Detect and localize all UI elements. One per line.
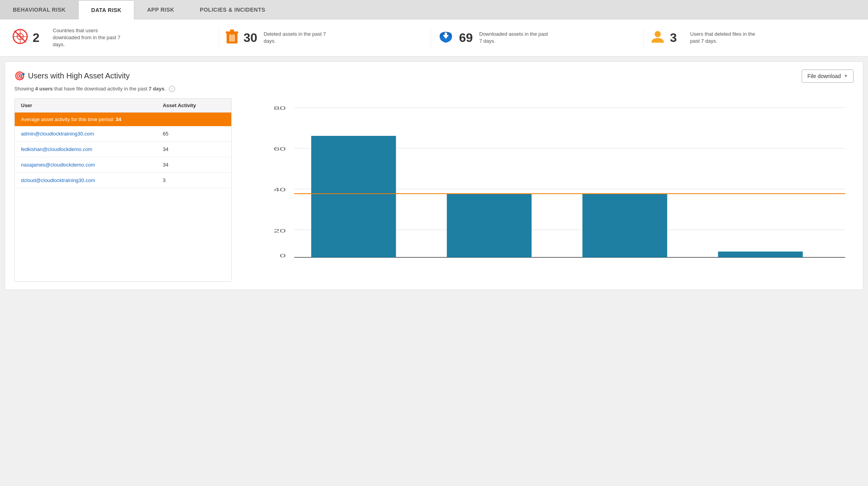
countries-icon	[12, 29, 28, 47]
col-activity: Asset Activity	[156, 99, 231, 113]
svg-text:20: 20	[274, 228, 286, 234]
subtitle-middle: that have file download activity in the …	[53, 86, 149, 92]
user-link-1[interactable]: admin@cloudlocktraining30.com	[21, 131, 94, 137]
bar-3	[582, 194, 667, 257]
deleted-assets-count: 30	[244, 31, 259, 45]
stat-countries: 2 Countries that users downloaded from i…	[12, 27, 219, 49]
countries-label: Countries that users downloaded from in …	[53, 27, 123, 49]
svg-rect-6	[226, 31, 238, 33]
activity-4: 3	[156, 173, 231, 188]
user-link-3[interactable]: nasajames@cloudlockdemo.com	[21, 162, 95, 168]
main-panel: 🎯 Users with High Asset Activity File do…	[5, 61, 863, 290]
avg-row-content: Average asset activity for this time per…	[15, 113, 231, 127]
stat-deleted-assets: 30 Deleted assets in the past 7 days.	[219, 29, 431, 47]
panel-title-icon: 🎯	[14, 71, 25, 81]
svg-text:80: 80	[274, 105, 286, 111]
table-header-row: User Asset Activity	[15, 99, 231, 113]
svg-point-13	[655, 31, 661, 37]
subtitle-count: 4 users	[35, 86, 53, 92]
users-deleted-icon	[650, 29, 665, 47]
user-table-container: User Asset Activity Average asset activi…	[14, 98, 232, 282]
user-link-2[interactable]: fedkishan@cloudlockdemo.com	[21, 146, 92, 152]
table-row: admin@cloudlocktraining30.com 65	[15, 126, 231, 142]
stats-bar: 2 Countries that users downloaded from i…	[0, 19, 868, 57]
stat-downloaded-assets: 69 Downloaded assets in the past 7 days.	[431, 29, 644, 47]
avg-label: Average asset activity for this time per…	[21, 116, 114, 122]
panel-header: 🎯 Users with High Asset Activity File do…	[14, 69, 854, 83]
deleted-assets-icon	[225, 29, 239, 47]
panel-title: 🎯 Users with High Asset Activity	[14, 71, 130, 81]
activity-3: 34	[156, 157, 231, 173]
svg-rect-12	[445, 33, 447, 36]
subtitle-days: 7 days	[149, 86, 164, 92]
bar-4	[718, 252, 803, 257]
table-row: dcloud@cloudlocktraining30.com 3	[15, 173, 231, 188]
deleted-assets-label: Deleted assets in the past 7 days.	[264, 31, 334, 45]
subtitle-suffix: .	[165, 86, 166, 92]
user-table: User Asset Activity Average asset activi…	[15, 99, 231, 188]
dropdown-label: File download	[807, 73, 841, 79]
downloaded-assets-count: 69	[459, 31, 475, 45]
users-deleted-label: Users that deleted files in the past 7 d…	[690, 31, 760, 45]
table-row: fedkishan@cloudlockdemo.com 34	[15, 142, 231, 157]
file-download-dropdown[interactable]: File download ▼	[802, 69, 854, 83]
tabs-bar: BEHAVIORAL RISK DATA RISK APP RISK POLIC…	[0, 0, 868, 19]
tab-behavioral-risk[interactable]: BEHAVIORAL RISK	[0, 0, 78, 19]
svg-text:40: 40	[274, 187, 286, 193]
tab-data-risk[interactable]: DATA RISK	[78, 0, 134, 19]
avg-row: Average asset activity for this time per…	[15, 113, 231, 127]
tab-policies-incidents[interactable]: POLICIES & INCIDENTS	[187, 0, 278, 19]
bar-chart: 80 60 40 20 0	[260, 102, 854, 265]
info-icon[interactable]: i	[169, 86, 175, 92]
avg-value: 34	[116, 116, 121, 122]
subtitle-prefix: Showing	[14, 86, 35, 92]
tab-app-risk[interactable]: APP RISK	[134, 0, 187, 19]
table-row: nasajames@cloudlockdemo.com 34	[15, 157, 231, 173]
downloaded-assets-label: Downloaded assets in the past 7 days.	[479, 31, 549, 45]
svg-text:60: 60	[274, 146, 286, 152]
activity-2: 34	[156, 142, 231, 157]
col-user: User	[15, 99, 156, 113]
downloaded-assets-icon	[437, 29, 454, 47]
users-deleted-count: 3	[670, 31, 686, 45]
chart-area: 80 60 40 20 0	[241, 98, 854, 282]
svg-text:0: 0	[280, 253, 286, 259]
activity-1: 65	[156, 126, 231, 142]
bar-1	[311, 136, 396, 257]
svg-rect-7	[230, 30, 234, 31]
content-layout: User Asset Activity Average asset activi…	[14, 98, 854, 282]
stat-users-deleted: 3 Users that deleted files in the past 7…	[644, 29, 856, 47]
countries-count: 2	[33, 31, 48, 45]
bar-2	[447, 194, 532, 257]
user-link-4[interactable]: dcloud@cloudlocktraining30.com	[21, 177, 95, 183]
panel-title-text: Users with High Asset Activity	[28, 71, 130, 80]
panel-subtitle: Showing 4 users that have file download …	[14, 86, 854, 92]
chevron-down-icon: ▼	[844, 74, 848, 78]
